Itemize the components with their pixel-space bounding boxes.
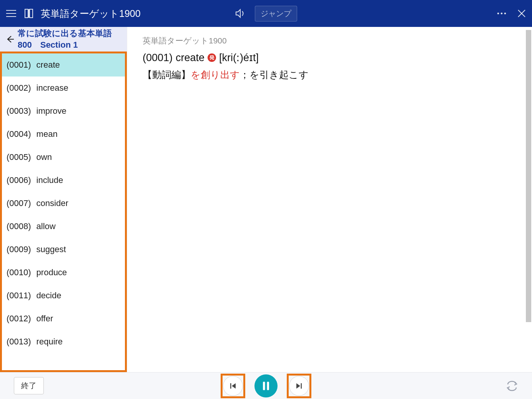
jump-button[interactable]: ジャンプ — [255, 6, 297, 22]
word-list-item[interactable]: (0001)create — [2, 53, 125, 76]
word-list-item[interactable]: (0010)produce — [2, 261, 125, 284]
svg-rect-10 — [263, 382, 265, 390]
word-item-number: (0008) — [7, 221, 31, 231]
word-list-item[interactable]: (0003)improve — [2, 100, 125, 123]
book-icon[interactable] — [24, 8, 34, 19]
sidebar-header: 常に試験に出る基本単語 800 Section 1 — [0, 27, 127, 52]
word-item-word: decide — [37, 291, 62, 301]
back-arrow-icon[interactable] — [5, 35, 15, 44]
word-item-number: (0013) — [7, 337, 31, 347]
definition-rest: ；を引き起こす — [240, 69, 309, 80]
word-item-word: allow — [37, 221, 56, 231]
word-list-item[interactable]: (0009)suggest — [2, 238, 125, 261]
word-item-number: (0001) — [7, 60, 31, 70]
word-list-item[interactable]: (0012)offer — [2, 307, 125, 330]
word-item-word: create — [37, 60, 60, 70]
app-header: 英単語ターゲット1900 ジャンプ — [0, 0, 532, 27]
player-footer: 終了 — [0, 372, 532, 399]
svg-point-6 — [504, 13, 506, 15]
word-item-number: (0003) — [7, 106, 31, 116]
word-item-number: (0011) — [7, 291, 31, 301]
sidebar-subtitle-1: 常に試験に出る基本単語 — [18, 28, 112, 39]
entry-number: (0001) — [143, 52, 173, 64]
word-list-item[interactable]: (0008)allow — [2, 215, 125, 238]
word-item-word: increase — [37, 83, 68, 93]
word-item-number: (0007) — [7, 198, 31, 208]
svg-point-4 — [497, 13, 499, 15]
word-item-word: mean — [37, 129, 58, 139]
word-item-word: require — [37, 337, 63, 347]
definition: 【動詞編】を創り出す；を引き起こす — [143, 68, 517, 81]
word-item-number: (0004) — [7, 129, 31, 139]
more-icon[interactable] — [497, 12, 507, 15]
definition-category: 【動詞編】 — [143, 69, 191, 80]
book-title: 英単語ターゲット1900 — [143, 35, 517, 46]
word-item-number: (0002) — [7, 83, 31, 93]
close-icon[interactable] — [517, 9, 526, 18]
word-item-word: offer — [37, 314, 53, 324]
word-item-word: produce — [37, 268, 67, 278]
word-list-item[interactable]: (0002)increase — [2, 76, 125, 100]
word-list-item[interactable]: (0007)consider — [2, 192, 125, 215]
svg-rect-11 — [267, 382, 269, 390]
svg-rect-12 — [301, 383, 302, 389]
sidebar: 常に試験に出る基本単語 800 Section 1 (0001)create(0… — [0, 27, 127, 372]
main-scrollbar[interactable] — [526, 30, 531, 322]
app-title: 英単語ターゲット1900 — [41, 7, 141, 20]
word-item-number: (0005) — [7, 152, 31, 162]
next-track-button[interactable] — [289, 376, 309, 396]
word-list-item[interactable]: (0004)mean — [2, 123, 125, 146]
word-list[interactable]: (0001)create(0002)increase(0003)improve(… — [2, 53, 125, 370]
repeat-icon[interactable] — [506, 381, 518, 391]
word-item-word: consider — [37, 198, 68, 208]
word-item-number: (0012) — [7, 314, 31, 324]
hamburger-menu-icon[interactable] — [6, 10, 16, 17]
word-item-number: (0009) — [7, 244, 31, 254]
word-item-number: (0006) — [7, 175, 31, 185]
word-item-word: improve — [37, 106, 66, 116]
pause-button[interactable] — [254, 374, 278, 397]
definition-accent: を創り出す — [191, 69, 240, 80]
main-content: 英単語ターゲット1900 (0001) create 発 [kri(ː)éɪt]… — [127, 27, 532, 372]
word-item-word: suggest — [37, 244, 66, 254]
word-list-item[interactable]: (0005)own — [2, 146, 125, 169]
pronunciation: [kri(ː)éɪt] — [219, 52, 259, 64]
entry-word: create — [176, 52, 204, 64]
svg-rect-9 — [230, 383, 231, 389]
word-list-item[interactable]: (0011)decide — [2, 284, 125, 307]
word-list-item[interactable]: (0006)include — [2, 169, 125, 192]
word-item-word: include — [37, 175, 63, 185]
word-item-number: (0010) — [7, 268, 31, 278]
sidebar-subtitle-2: 800 Section 1 — [18, 39, 112, 51]
svg-point-5 — [501, 13, 503, 15]
end-button[interactable]: 終了 — [14, 377, 44, 394]
speaker-icon[interactable] — [235, 8, 246, 18]
word-item-word: own — [37, 152, 52, 162]
previous-track-button[interactable] — [223, 376, 243, 396]
word-list-item[interactable]: (0013)require — [2, 330, 125, 353]
pronunciation-badge: 発 — [208, 53, 216, 62]
